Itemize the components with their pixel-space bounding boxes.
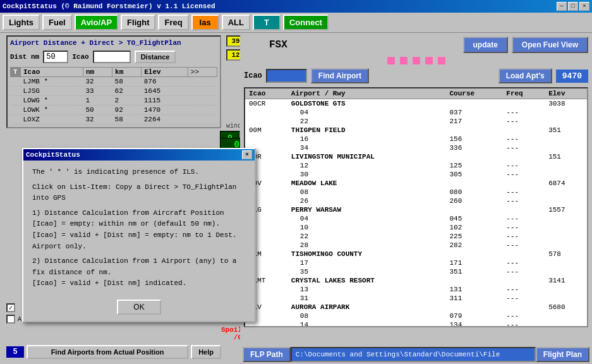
runway-row[interactable]: 14 134 --- [245,320,587,327]
dialog-line-4: 2) Distance Calculation from 1 Airport (… [32,256,246,289]
checkbox-2[interactable] [6,315,15,324]
find-airports-button[interactable]: Find Airports from Actual Position [27,345,188,359]
apt-km: 58 [112,115,142,124]
table-row[interactable]: LOWG * 1 2 1115 [11,96,217,106]
table-row[interactable]: LOWK * 50 92 1470 [11,106,217,115]
runway-row[interactable]: 31 311 --- [245,294,587,303]
main-course [445,276,502,285]
connect-button[interactable]: Connect [283,15,329,30]
update-button[interactable]: update [463,37,508,53]
dist-input[interactable] [43,51,68,63]
help-button[interactable]: Help [191,345,221,359]
pink-dots-row [244,57,588,64]
runway-row[interactable]: 22 217 --- [245,117,587,126]
rwy-freq: --- [502,161,545,170]
apt-arrow [188,77,217,87]
rwy-num: 10 [287,223,446,232]
rwy-elev [545,285,587,294]
icao-input-small[interactable] [93,51,131,63]
all-button[interactable]: ALL [222,15,250,30]
minimize-button[interactable]: — [557,2,567,11]
runway-row[interactable]: 10 102 --- [245,223,587,232]
rwy-freq: --- [502,143,545,152]
airport-name-row[interactable]: 00CR GOLDSTONE GTS 3038 [245,99,587,109]
apt-arrow [188,87,217,96]
runway-row[interactable]: 34 336 --- [245,143,587,152]
distance-button[interactable]: Distance [135,51,176,63]
rwy-course: 080 [445,188,502,197]
flp-path-button[interactable]: FLP Path [243,347,291,362]
col-t: T [11,68,21,77]
rwy-elev [545,135,587,143]
open-fuel-button[interactable]: Open Fuel View [512,37,588,53]
checkbox-area: ✓ A [6,303,21,326]
airport-name-row[interactable]: 00R LIVINGSTON MUNICIPAL 151 [245,152,587,161]
runway-row[interactable]: 13 131 --- [245,285,587,294]
rwy-num: 22 [287,232,446,241]
dialog-line-2: Click on List-Item: Copy a Direct > TO_F… [32,182,246,204]
t-button[interactable]: T [253,15,281,30]
airport-name-row[interactable]: 01G PERRY WARSAW 1557 [245,205,587,214]
rwy-num: 08 [287,312,446,320]
runway-row[interactable]: 04 045 --- [245,214,587,223]
checkbox-1[interactable]: ✓ [6,303,15,312]
menu-bar: Lights Fuel Avio/AP Flight Freq Ias ALL … [0,13,592,33]
main-course [445,303,502,312]
runway-row[interactable]: 04 037 --- [245,108,587,117]
dialog-line-1: The ' * ' is indicating presence of ILS. [32,167,246,178]
flight-plan-button[interactable]: Flight Plan [536,347,589,362]
runway-row[interactable]: 08 079 --- [245,312,587,320]
close-button[interactable]: × [579,2,589,11]
col-freq-header: Freq [502,88,545,99]
runway-row[interactable]: 08 080 --- [245,188,587,197]
airport-name-row[interactable]: 01V AURORA AIRPARK 5680 [245,303,587,312]
main-name: CRYSTAL LAKES RESORT [287,276,446,285]
rwy-freq: --- [502,312,545,320]
airport-name-row[interactable]: 00V MEADOW LAKE 6874 [245,179,587,188]
table-row[interactable]: LOXZ 32 58 2264 [11,115,217,124]
runway-row[interactable]: 28 282 --- [245,241,587,250]
airport-name-row[interactable]: 00M THIGPEN FIELD 351 [245,126,587,135]
icao-search-input[interactable] [266,69,307,83]
apt-elev: 2264 [142,115,188,124]
runway-row[interactable]: 35 351 --- [245,267,587,276]
runway-row[interactable]: 30 305 --- [245,170,587,179]
rwy-elev [545,223,587,232]
rwy-num: 30 [287,170,446,179]
main-airport-table-container[interactable]: Icao Airport / Rwy Course Freq Elev 00CR… [244,87,588,327]
apt-icao: LJSG [21,87,83,96]
freq-button[interactable]: Freq [158,15,188,30]
window-controls: — □ × [557,2,589,11]
runway-row[interactable]: 12 125 --- [245,161,587,170]
flp-path-input[interactable] [291,347,536,362]
pink-dot-3 [413,57,420,64]
table-row[interactable]: LJSG 33 62 1645 [11,87,217,96]
fuel-button[interactable]: Fuel [42,15,72,30]
runway-row[interactable]: 16 156 --- [245,135,587,143]
rwy-freq: --- [502,285,545,294]
flight-button[interactable]: Flight [121,15,155,30]
apt-elev: 876 [142,77,188,87]
main-freq [502,303,545,312]
runway-row[interactable]: 22 225 --- [245,232,587,241]
find-airport-button[interactable]: Find Airport [311,68,369,83]
main-elev: 151 [545,152,587,161]
main-course [445,250,502,258]
load-apt-button[interactable]: Load Apt's [498,68,552,83]
runway-row[interactable]: 17 171 --- [245,258,587,267]
apt-nm: 32 [83,115,112,124]
main-elev: 6874 [545,179,587,188]
airport-name-row[interactable]: 01MT CRYSTAL LAKES RESORT 3141 [245,276,587,285]
maximize-button[interactable]: □ [568,2,578,11]
rwy-elev [545,197,587,205]
lights-button[interactable]: Lights [3,15,40,30]
dialog-close-button[interactable]: × [242,150,252,159]
avio-ap-button[interactable]: Avio/AP [75,15,118,30]
ok-button[interactable]: OK [117,300,160,315]
runway-row[interactable]: 26 260 --- [245,197,587,205]
table-row[interactable]: LJMB * 32 58 876 [11,77,217,87]
airport-name-row[interactable]: 01M TISHOMINGO COUNTY 578 [245,250,587,258]
ias-button[interactable]: Ias [191,15,219,30]
rwy-num: 16 [287,135,446,143]
fsx-buttons: update Open Fuel View [463,37,588,53]
